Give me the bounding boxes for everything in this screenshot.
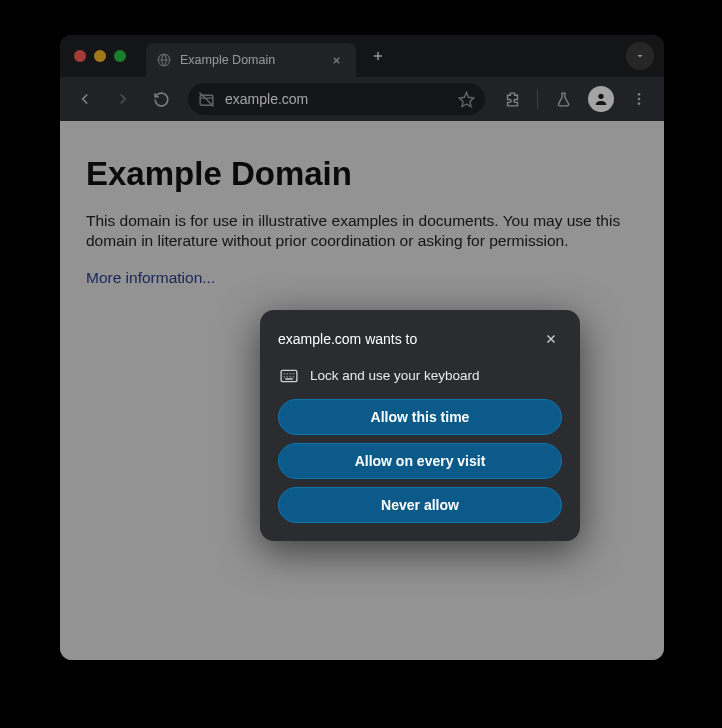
- bookmark-star-icon[interactable]: [458, 91, 475, 108]
- window-zoom-button[interactable]: [114, 50, 126, 62]
- window-controls: [70, 50, 146, 62]
- allow-every-visit-button[interactable]: Allow on every visit: [278, 443, 562, 479]
- avatar-icon: [588, 86, 614, 112]
- url-text: example.com: [225, 91, 448, 107]
- labs-button[interactable]: [546, 82, 580, 116]
- never-allow-button[interactable]: Never allow: [278, 487, 562, 523]
- permission-row: Lock and use your keyboard: [278, 366, 562, 399]
- keyboard-icon: [280, 369, 298, 383]
- page-paragraph: This domain is for use in illustrative e…: [86, 211, 631, 251]
- toolbar-separator: [537, 89, 538, 109]
- reload-button[interactable]: [144, 82, 178, 116]
- extensions-button[interactable]: [495, 82, 529, 116]
- dialog-close-button[interactable]: [540, 328, 562, 350]
- allow-this-time-button[interactable]: Allow this time: [278, 399, 562, 435]
- window-minimize-button[interactable]: [94, 50, 106, 62]
- svg-point-5: [638, 102, 641, 105]
- titlebar: Example Domain: [60, 35, 664, 77]
- site-settings-icon[interactable]: [198, 91, 215, 108]
- svg-rect-6: [281, 370, 297, 381]
- toolbar: example.com: [60, 77, 664, 121]
- profile-button[interactable]: [584, 82, 618, 116]
- permission-dialog: example.com wants to Lock and use your k…: [260, 310, 580, 541]
- forward-button[interactable]: [106, 82, 140, 116]
- browser-window: Example Domain: [60, 35, 664, 660]
- page-heading: Example Domain: [86, 155, 638, 193]
- kebab-menu-button[interactable]: [622, 82, 656, 116]
- svg-point-4: [638, 98, 641, 101]
- window-close-button[interactable]: [74, 50, 86, 62]
- globe-icon: [156, 52, 172, 68]
- more-info-link[interactable]: More information...: [86, 269, 215, 287]
- dialog-title: example.com wants to: [278, 331, 417, 347]
- tab-close-button[interactable]: [328, 52, 344, 68]
- browser-tab[interactable]: Example Domain: [146, 43, 356, 77]
- back-button[interactable]: [68, 82, 102, 116]
- svg-point-3: [638, 93, 641, 96]
- tab-search-button[interactable]: [626, 42, 654, 70]
- tab-title: Example Domain: [180, 53, 320, 67]
- new-tab-button[interactable]: [364, 42, 392, 70]
- permission-label: Lock and use your keyboard: [310, 368, 480, 383]
- svg-point-2: [598, 94, 603, 99]
- address-bar[interactable]: example.com: [188, 83, 485, 115]
